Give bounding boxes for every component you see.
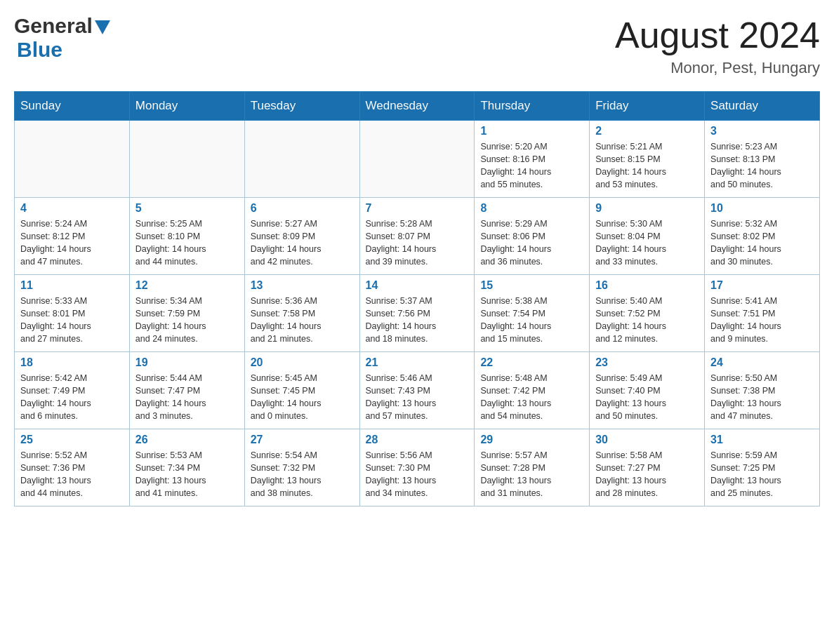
day-number: 9 [595, 202, 699, 215]
day-info: Sunrise: 5:28 AM Sunset: 8:07 PM Dayligh… [366, 217, 469, 269]
day-info: Sunrise: 5:53 AM Sunset: 7:34 PM Dayligh… [135, 449, 239, 500]
day-info: Sunrise: 5:33 AM Sunset: 8:01 PM Dayligh… [20, 295, 124, 346]
day-number: 24 [710, 356, 814, 369]
day-info: Sunrise: 5:29 AM Sunset: 8:06 PM Dayligh… [480, 217, 583, 269]
calendar-empty-cell [359, 121, 475, 198]
calendar-table: SundayMondayTuesdayWednesdayThursdayFrid… [14, 91, 820, 507]
day-number: 11 [20, 279, 124, 292]
day-info: Sunrise: 5:30 AM Sunset: 8:04 PM Dayligh… [595, 217, 699, 269]
day-number: 28 [366, 434, 469, 446]
calendar-week-row: 4Sunrise: 5:24 AM Sunset: 8:12 PM Daylig… [15, 198, 820, 275]
calendar-header-sunday: Sunday [15, 92, 130, 121]
calendar-day-19: 19Sunrise: 5:44 AM Sunset: 7:47 PM Dayli… [129, 352, 244, 429]
calendar-day-10: 10Sunrise: 5:32 AM Sunset: 8:02 PM Dayli… [705, 198, 820, 275]
day-number: 16 [595, 279, 699, 292]
calendar-day-12: 12Sunrise: 5:34 AM Sunset: 7:59 PM Dayli… [129, 275, 244, 352]
day-info: Sunrise: 5:58 AM Sunset: 7:27 PM Dayligh… [595, 449, 699, 500]
calendar-header-friday: Friday [590, 92, 705, 121]
calendar-day-9: 9Sunrise: 5:30 AM Sunset: 8:04 PM Daylig… [590, 198, 705, 275]
calendar-day-6: 6Sunrise: 5:27 AM Sunset: 8:09 PM Daylig… [244, 198, 359, 275]
day-info: Sunrise: 5:48 AM Sunset: 7:42 PM Dayligh… [480, 372, 583, 423]
calendar-header-tuesday: Tuesday [244, 92, 359, 121]
day-number: 18 [20, 356, 124, 369]
day-info: Sunrise: 5:44 AM Sunset: 7:47 PM Dayligh… [135, 372, 239, 423]
calendar-week-row: 11Sunrise: 5:33 AM Sunset: 8:01 PM Dayli… [15, 275, 820, 352]
calendar-day-8: 8Sunrise: 5:29 AM Sunset: 8:06 PM Daylig… [475, 198, 590, 275]
day-info: Sunrise: 5:50 AM Sunset: 7:38 PM Dayligh… [710, 372, 814, 423]
location-text: Monor, Pest, Hungary [615, 59, 820, 77]
calendar-day-21: 21Sunrise: 5:46 AM Sunset: 7:43 PM Dayli… [359, 352, 475, 429]
calendar-day-29: 29Sunrise: 5:57 AM Sunset: 7:28 PM Dayli… [475, 429, 590, 507]
day-number: 7 [366, 202, 469, 215]
day-number: 26 [135, 434, 239, 446]
calendar-empty-cell [129, 121, 244, 198]
day-number: 6 [251, 202, 354, 215]
page-header: General Blue August 2024 Monor, Pest, Hu… [14, 14, 820, 77]
day-number: 27 [251, 434, 354, 446]
day-info: Sunrise: 5:21 AM Sunset: 8:15 PM Dayligh… [595, 140, 699, 192]
calendar-empty-cell [15, 121, 130, 198]
day-number: 30 [595, 434, 699, 446]
calendar-header-thursday: Thursday [475, 92, 590, 121]
calendar-header-saturday: Saturday [705, 92, 820, 121]
day-number: 21 [366, 356, 469, 369]
day-info: Sunrise: 5:52 AM Sunset: 7:36 PM Dayligh… [20, 449, 124, 500]
calendar-day-16: 16Sunrise: 5:40 AM Sunset: 7:52 PM Dayli… [590, 275, 705, 352]
day-number: 14 [366, 279, 469, 292]
calendar-day-2: 2Sunrise: 5:21 AM Sunset: 8:15 PM Daylig… [590, 121, 705, 198]
logo-blue-text: Blue [17, 38, 110, 62]
day-info: Sunrise: 5:41 AM Sunset: 7:51 PM Dayligh… [710, 295, 814, 346]
calendar-empty-cell [244, 121, 359, 198]
day-number: 3 [710, 125, 814, 137]
calendar-day-7: 7Sunrise: 5:28 AM Sunset: 8:07 PM Daylig… [359, 198, 475, 275]
calendar-header-monday: Monday [129, 92, 244, 121]
calendar-week-row: 25Sunrise: 5:52 AM Sunset: 7:36 PM Dayli… [15, 429, 820, 507]
day-info: Sunrise: 5:25 AM Sunset: 8:10 PM Dayligh… [135, 217, 239, 269]
day-number: 31 [710, 434, 814, 446]
calendar-day-13: 13Sunrise: 5:36 AM Sunset: 7:58 PM Dayli… [244, 275, 359, 352]
day-number: 29 [480, 434, 583, 446]
calendar-day-11: 11Sunrise: 5:33 AM Sunset: 8:01 PM Dayli… [15, 275, 130, 352]
day-number: 1 [480, 125, 583, 137]
calendar-day-31: 31Sunrise: 5:59 AM Sunset: 7:25 PM Dayli… [705, 429, 820, 507]
day-number: 22 [480, 356, 583, 369]
calendar-day-3: 3Sunrise: 5:23 AM Sunset: 8:13 PM Daylig… [705, 121, 820, 198]
calendar-day-17: 17Sunrise: 5:41 AM Sunset: 7:51 PM Dayli… [705, 275, 820, 352]
day-info: Sunrise: 5:34 AM Sunset: 7:59 PM Dayligh… [135, 295, 239, 346]
logo: General Blue [14, 14, 110, 62]
day-number: 20 [251, 356, 354, 369]
day-number: 13 [251, 279, 354, 292]
day-info: Sunrise: 5:23 AM Sunset: 8:13 PM Dayligh… [710, 140, 814, 192]
day-number: 25 [20, 434, 124, 446]
day-info: Sunrise: 5:40 AM Sunset: 7:52 PM Dayligh… [595, 295, 699, 346]
day-info: Sunrise: 5:32 AM Sunset: 8:02 PM Dayligh… [710, 217, 814, 269]
svg-marker-0 [95, 20, 110, 34]
calendar-day-24: 24Sunrise: 5:50 AM Sunset: 7:38 PM Dayli… [705, 352, 820, 429]
day-info: Sunrise: 5:38 AM Sunset: 7:54 PM Dayligh… [480, 295, 583, 346]
day-info: Sunrise: 5:54 AM Sunset: 7:32 PM Dayligh… [251, 449, 354, 500]
calendar-day-22: 22Sunrise: 5:48 AM Sunset: 7:42 PM Dayli… [475, 352, 590, 429]
day-number: 2 [595, 125, 699, 137]
day-info: Sunrise: 5:45 AM Sunset: 7:45 PM Dayligh… [251, 372, 354, 423]
calendar-header-row: SundayMondayTuesdayWednesdayThursdayFrid… [15, 92, 820, 121]
day-number: 10 [710, 202, 814, 215]
day-number: 8 [480, 202, 583, 215]
day-number: 4 [20, 202, 124, 215]
day-info: Sunrise: 5:49 AM Sunset: 7:40 PM Dayligh… [595, 372, 699, 423]
day-info: Sunrise: 5:56 AM Sunset: 7:30 PM Dayligh… [366, 449, 469, 500]
day-number: 17 [710, 279, 814, 292]
day-number: 15 [480, 279, 583, 292]
day-number: 19 [135, 356, 239, 369]
calendar-day-1: 1Sunrise: 5:20 AM Sunset: 8:16 PM Daylig… [475, 121, 590, 198]
day-info: Sunrise: 5:36 AM Sunset: 7:58 PM Dayligh… [251, 295, 354, 346]
day-info: Sunrise: 5:57 AM Sunset: 7:28 PM Dayligh… [480, 449, 583, 500]
calendar-day-30: 30Sunrise: 5:58 AM Sunset: 7:27 PM Dayli… [590, 429, 705, 507]
day-info: Sunrise: 5:20 AM Sunset: 8:16 PM Dayligh… [480, 140, 583, 192]
calendar-day-5: 5Sunrise: 5:25 AM Sunset: 8:10 PM Daylig… [129, 198, 244, 275]
day-info: Sunrise: 5:59 AM Sunset: 7:25 PM Dayligh… [710, 449, 814, 500]
day-info: Sunrise: 5:27 AM Sunset: 8:09 PM Dayligh… [251, 217, 354, 269]
calendar-day-18: 18Sunrise: 5:42 AM Sunset: 7:49 PM Dayli… [15, 352, 130, 429]
calendar-day-20: 20Sunrise: 5:45 AM Sunset: 7:45 PM Dayli… [244, 352, 359, 429]
calendar-header-wednesday: Wednesday [359, 92, 475, 121]
calendar-day-28: 28Sunrise: 5:56 AM Sunset: 7:30 PM Dayli… [359, 429, 475, 507]
